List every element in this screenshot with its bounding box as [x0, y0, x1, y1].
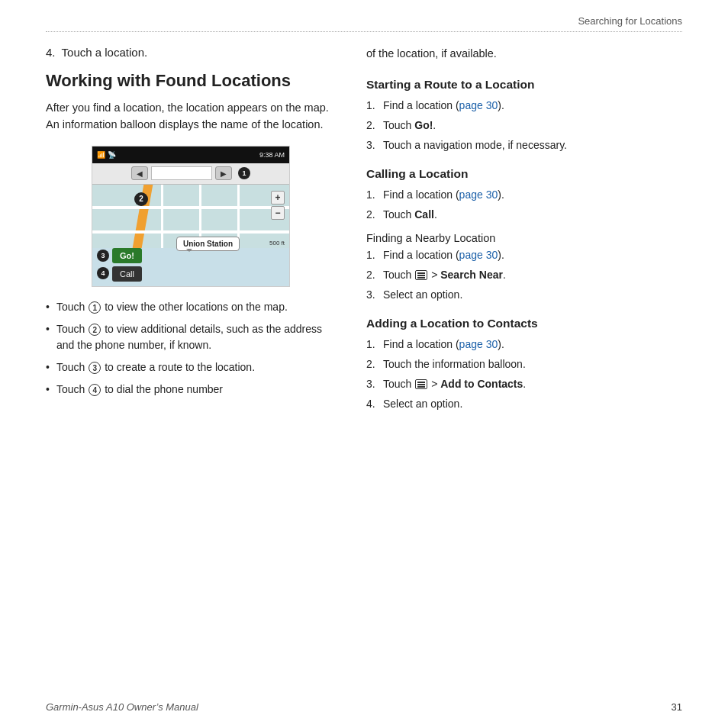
- calling-location-list: 1. Find a location (page 30). 2. Touch C…: [366, 187, 682, 223]
- page-container: Searching for Locations 4. Touch a locat…: [0, 0, 728, 728]
- menu-icon-contacts: [415, 379, 427, 389]
- starting-route-item-1: 1. Find a location (page 30).: [366, 98, 682, 114]
- page-footer: Garmin-Asus A10 Owner’s Manual 31: [46, 701, 682, 713]
- adding-contacts-item-4: 4. Select an option.: [366, 396, 682, 412]
- bullet-3: Touch 3 to create a route to the locatio…: [46, 359, 336, 375]
- calling-location-item-1: 1. Find a location (page 30).: [366, 187, 682, 203]
- map-background: 2 Union Station 500 ft: [92, 185, 289, 248]
- bullet-4: Touch 4 to dial the phone number: [46, 382, 336, 398]
- finding-nearby-item-2: 2. Touch > Search Near.: [366, 267, 682, 283]
- finding-nearby-list: 1. Find a location (page 30). 2. Touch >…: [366, 247, 682, 303]
- map-zoom-controls: + −: [271, 191, 285, 220]
- go-button-row: 3 Go!: [97, 248, 142, 263]
- adding-contacts-section: Adding a Location to Contacts 1. Find a …: [366, 317, 682, 412]
- bullet-list: Touch 1 to view the other locations on t…: [46, 299, 336, 398]
- calling-location-heading: Calling a Location: [366, 167, 682, 181]
- starting-route-list: 1. Find a location (page 30). 2. Touch G…: [366, 98, 682, 153]
- left-column: 4. Touch a location. Working with Found …: [46, 46, 336, 426]
- map-road-v1: [161, 185, 163, 248]
- finding-nearby-label: Finding a Nearby Location: [366, 230, 682, 247]
- badge-4-map: 4: [97, 267, 109, 279]
- finding-nearby-item-1: 1. Find a location (page 30).: [366, 247, 682, 263]
- content-columns: 4. Touch a location. Working with Found …: [46, 46, 682, 426]
- page-number: 31: [672, 701, 682, 713]
- menu-icon-search: [415, 270, 427, 280]
- map-road-h1: [92, 206, 289, 209]
- map-road-h2: [92, 230, 289, 234]
- map-image: 📶 📡 9:38 AM ◀ ▶ 1: [92, 146, 290, 287]
- calling-location-link-1[interactable]: page 30: [459, 188, 498, 201]
- starting-route-go-label: Go!: [414, 119, 433, 131]
- badge-2-inline: 2: [89, 324, 101, 336]
- map-status-left: 📶 📡: [97, 151, 116, 159]
- map-nav-right: ▶: [215, 166, 232, 180]
- map-scale: 500 ft: [269, 240, 285, 246]
- calling-location-section: Calling a Location 1. Find a location (p…: [366, 167, 682, 303]
- adding-contacts-link-1[interactable]: page 30: [459, 338, 498, 350]
- bullet-2: Touch 2 to view additional details, such…: [46, 321, 336, 353]
- starting-route-heading: Starting a Route to a Location: [366, 78, 682, 92]
- adding-contacts-list: 1. Find a location (page 30). 2. Touch t…: [366, 337, 682, 412]
- map-nav-bar: ◀ ▶ 1: [92, 163, 289, 185]
- badge-4-inline: 4: [89, 384, 101, 396]
- adding-contacts-heading: Adding a Location to Contacts: [366, 317, 682, 330]
- map-go-button[interactable]: Go!: [112, 248, 142, 263]
- finding-nearby-item-3: 3. Select an option.: [366, 287, 682, 303]
- search-near-label: Search Near: [440, 269, 503, 281]
- starting-route-item-3: 3. Touch a navigation mode, if necessary…: [366, 137, 682, 153]
- step-4-text: 4. Touch a location.: [46, 46, 147, 59]
- zoom-in-button[interactable]: +: [271, 191, 285, 205]
- badge-2-map: 2: [134, 192, 148, 206]
- map-nav-text: [151, 166, 212, 180]
- starting-route-item-2: 2. Touch Go!.: [366, 118, 682, 134]
- calling-location-call-label: Call: [414, 208, 434, 221]
- header-title: Searching for Locations: [578, 15, 682, 27]
- map-balloon: Union Station: [176, 237, 240, 251]
- map-status-time: 9:38 AM: [259, 151, 285, 159]
- right-intro: of the location, if available.: [366, 46, 682, 63]
- map-nav-left: ◀: [131, 166, 148, 180]
- adding-contacts-item-1: 1. Find a location (page 30).: [366, 337, 682, 353]
- map-action-buttons: 3 Go! 4 Call: [97, 248, 142, 282]
- starting-route-link-1[interactable]: page 30: [459, 99, 498, 111]
- badge-3-map: 3: [97, 250, 109, 262]
- badge-1-inline: 1: [89, 301, 101, 314]
- working-with-found-locations-body: After you find a location, the location …: [46, 100, 336, 134]
- map-status-bar: 📶 📡 9:38 AM: [92, 147, 289, 163]
- adding-contacts-item-3: 3. Touch > Add to Contacts.: [366, 376, 682, 392]
- zoom-out-button[interactable]: −: [271, 206, 285, 220]
- bullet-1: Touch 1 to view the other locations on t…: [46, 299, 336, 315]
- call-button-row: 4 Call: [97, 265, 142, 282]
- finding-nearby-link-1[interactable]: page 30: [459, 249, 498, 261]
- badge-3-inline: 3: [89, 362, 101, 374]
- badge-1-map: 1: [238, 167, 250, 179]
- add-to-contacts-label: Add to Contacts: [440, 378, 523, 390]
- map-call-button[interactable]: Call: [112, 266, 142, 282]
- page-header: Searching for Locations: [46, 15, 682, 32]
- right-column: of the location, if available. Starting …: [366, 46, 682, 426]
- working-with-found-locations-heading: Working with Found Locations: [46, 71, 336, 91]
- manual-name: Garmin-Asus A10 Owner’s Manual: [46, 701, 198, 713]
- starting-route-section: Starting a Route to a Location 1. Find a…: [366, 78, 682, 153]
- step-4: 4. Touch a location.: [46, 46, 336, 59]
- calling-location-item-2: 2. Touch Call.: [366, 207, 682, 223]
- adding-contacts-item-2: 2. Touch the information balloon.: [366, 356, 682, 372]
